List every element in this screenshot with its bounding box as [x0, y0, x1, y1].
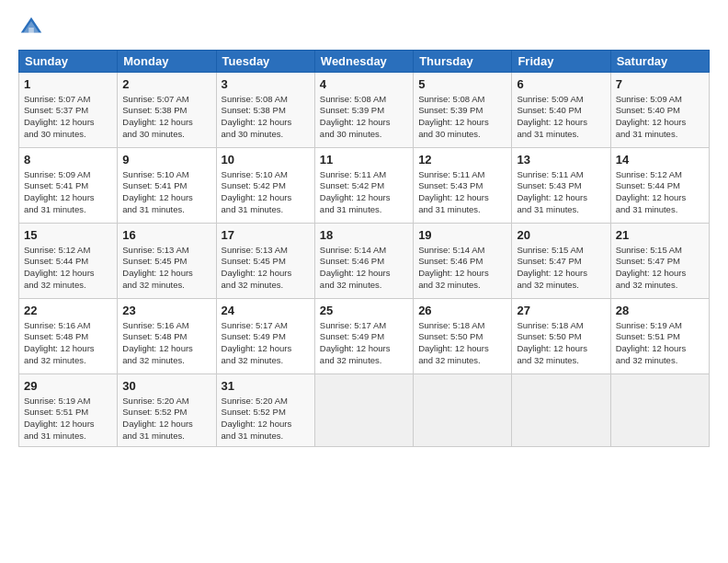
- cell-text: Sunset: 5:43 PM: [418, 180, 506, 192]
- cell-text: Sunrise: 5:14 AM: [320, 245, 408, 257]
- col-header-wednesday: Wednesday: [314, 51, 413, 73]
- cell-text: Sunrise: 5:20 AM: [222, 396, 310, 408]
- calendar-cell: 6Sunrise: 5:09 AMSunset: 5:40 PMDaylight…: [512, 73, 610, 148]
- cell-text: Sunrise: 5:09 AM: [616, 94, 704, 106]
- cell-text: Sunset: 5:46 PM: [418, 256, 506, 268]
- week-row-4: 22Sunrise: 5:16 AMSunset: 5:48 PMDayligh…: [19, 299, 710, 374]
- cell-text: Sunset: 5:41 PM: [24, 180, 112, 192]
- cell-text: Daylight: 12 hours: [418, 117, 506, 129]
- cell-text: Sunrise: 5:17 AM: [222, 320, 310, 332]
- cell-text: Daylight: 12 hours: [320, 117, 408, 129]
- cell-text: Daylight: 12 hours: [517, 268, 605, 280]
- day-number: 20: [517, 227, 605, 244]
- cell-text: Daylight: 12 hours: [24, 192, 112, 204]
- cell-text: Sunset: 5:38 PM: [122, 105, 210, 117]
- calendar-cell: 23Sunrise: 5:16 AMSunset: 5:48 PMDayligh…: [118, 299, 216, 374]
- day-number: 6: [517, 76, 605, 93]
- day-number: 15: [24, 227, 112, 244]
- cell-text: and 30 minutes.: [222, 129, 310, 141]
- cell-text: Sunset: 5:43 PM: [517, 180, 605, 192]
- cell-text: and 32 minutes.: [222, 280, 310, 292]
- day-number: 28: [616, 303, 704, 319]
- svg-rect-2: [28, 28, 34, 34]
- cell-text: and 32 minutes.: [418, 355, 506, 367]
- cell-text: and 32 minutes.: [222, 355, 310, 367]
- cell-text: Sunset: 5:45 PM: [222, 256, 310, 268]
- cell-text: and 30 minutes.: [122, 129, 210, 141]
- calendar-cell: [610, 374, 709, 447]
- calendar-cell: 27Sunrise: 5:18 AMSunset: 5:50 PMDayligh…: [512, 299, 610, 374]
- calendar-cell: 24Sunrise: 5:17 AMSunset: 5:49 PMDayligh…: [216, 299, 314, 374]
- day-number: 22: [24, 303, 112, 319]
- cell-text: Sunset: 5:42 PM: [320, 180, 408, 192]
- col-header-friday: Friday: [512, 51, 610, 73]
- cell-text: and 32 minutes.: [517, 355, 605, 367]
- cell-text: Daylight: 12 hours: [24, 268, 112, 280]
- calendar: SundayMondayTuesdayWednesdayThursdayFrid…: [18, 50, 710, 447]
- cell-text: Sunrise: 5:17 AM: [320, 320, 408, 332]
- cell-text: Sunset: 5:40 PM: [517, 105, 605, 117]
- cell-text: Daylight: 12 hours: [222, 343, 310, 355]
- day-number: 31: [222, 378, 310, 395]
- calendar-cell: 28Sunrise: 5:19 AMSunset: 5:51 PMDayligh…: [610, 299, 709, 374]
- cell-text: and 31 minutes.: [222, 204, 310, 216]
- cell-text: and 32 minutes.: [418, 280, 506, 292]
- cell-text: and 31 minutes.: [24, 431, 112, 442]
- cell-text: and 31 minutes.: [122, 431, 210, 442]
- cell-text: Sunrise: 5:19 AM: [616, 320, 704, 332]
- week-row-5: 29Sunrise: 5:19 AMSunset: 5:51 PMDayligh…: [19, 374, 710, 447]
- cell-text: Sunrise: 5:18 AM: [517, 320, 605, 332]
- cell-text: Sunset: 5:49 PM: [320, 331, 408, 343]
- calendar-cell: 20Sunrise: 5:15 AMSunset: 5:47 PMDayligh…: [512, 224, 610, 299]
- day-number: 4: [320, 76, 408, 93]
- col-header-tuesday: Tuesday: [216, 51, 314, 73]
- cell-text: Sunrise: 5:11 AM: [517, 169, 605, 181]
- calendar-cell: 2Sunrise: 5:07 AMSunset: 5:38 PMDaylight…: [118, 73, 216, 148]
- cell-text: Sunrise: 5:11 AM: [418, 169, 506, 181]
- calendar-cell: 30Sunrise: 5:20 AMSunset: 5:52 PMDayligh…: [118, 374, 216, 447]
- cell-text: Daylight: 12 hours: [122, 343, 210, 355]
- cell-text: Sunrise: 5:15 AM: [517, 245, 605, 257]
- calendar-cell: [512, 374, 610, 447]
- cell-text: Daylight: 12 hours: [122, 419, 210, 431]
- cell-text: Sunset: 5:48 PM: [24, 331, 112, 343]
- cell-text: and 31 minutes.: [517, 204, 605, 216]
- cell-text: Sunrise: 5:10 AM: [222, 169, 310, 181]
- calendar-cell: 8Sunrise: 5:09 AMSunset: 5:41 PMDaylight…: [19, 148, 118, 224]
- day-number: 16: [122, 227, 210, 244]
- cell-text: and 30 minutes.: [320, 129, 408, 141]
- cell-text: Daylight: 12 hours: [320, 268, 408, 280]
- cell-text: Daylight: 12 hours: [122, 192, 210, 204]
- calendar-cell: 14Sunrise: 5:12 AMSunset: 5:44 PMDayligh…: [610, 148, 709, 224]
- cell-text: Daylight: 12 hours: [24, 419, 112, 431]
- cell-text: Sunset: 5:46 PM: [320, 256, 408, 268]
- cell-text: and 31 minutes.: [222, 431, 310, 442]
- calendar-cell: 15Sunrise: 5:12 AMSunset: 5:44 PMDayligh…: [19, 224, 118, 299]
- cell-text: and 32 minutes.: [320, 355, 408, 367]
- calendar-cell: 13Sunrise: 5:11 AMSunset: 5:43 PMDayligh…: [512, 148, 610, 224]
- cell-text: Sunset: 5:51 PM: [616, 331, 704, 343]
- calendar-cell: 25Sunrise: 5:17 AMSunset: 5:49 PMDayligh…: [314, 299, 413, 374]
- cell-text: Daylight: 12 hours: [222, 419, 310, 431]
- cell-text: and 32 minutes.: [24, 280, 112, 292]
- cell-text: Sunrise: 5:07 AM: [122, 94, 210, 106]
- cell-text: Daylight: 12 hours: [616, 192, 704, 204]
- cell-text: Daylight: 12 hours: [517, 343, 605, 355]
- calendar-cell: [414, 374, 512, 447]
- cell-text: Sunset: 5:37 PM: [24, 105, 112, 117]
- cell-text: Sunset: 5:47 PM: [517, 256, 605, 268]
- cell-text: and 32 minutes.: [517, 280, 605, 292]
- cell-text: and 31 minutes.: [616, 129, 704, 141]
- cell-text: Sunset: 5:44 PM: [616, 180, 704, 192]
- calendar-cell: 26Sunrise: 5:18 AMSunset: 5:50 PMDayligh…: [414, 299, 512, 374]
- cell-text: Sunset: 5:39 PM: [320, 105, 408, 117]
- calendar-cell: 7Sunrise: 5:09 AMSunset: 5:40 PMDaylight…: [610, 73, 709, 148]
- cell-text: Sunrise: 5:19 AM: [24, 396, 112, 408]
- calendar-cell: [314, 374, 413, 447]
- week-row-2: 8Sunrise: 5:09 AMSunset: 5:41 PMDaylight…: [19, 148, 710, 224]
- cell-text: Sunrise: 5:10 AM: [122, 169, 210, 181]
- cell-text: Sunset: 5:50 PM: [517, 331, 605, 343]
- day-number: 10: [222, 152, 310, 168]
- calendar-cell: 29Sunrise: 5:19 AMSunset: 5:51 PMDayligh…: [19, 374, 118, 447]
- cell-text: Sunrise: 5:13 AM: [122, 245, 210, 257]
